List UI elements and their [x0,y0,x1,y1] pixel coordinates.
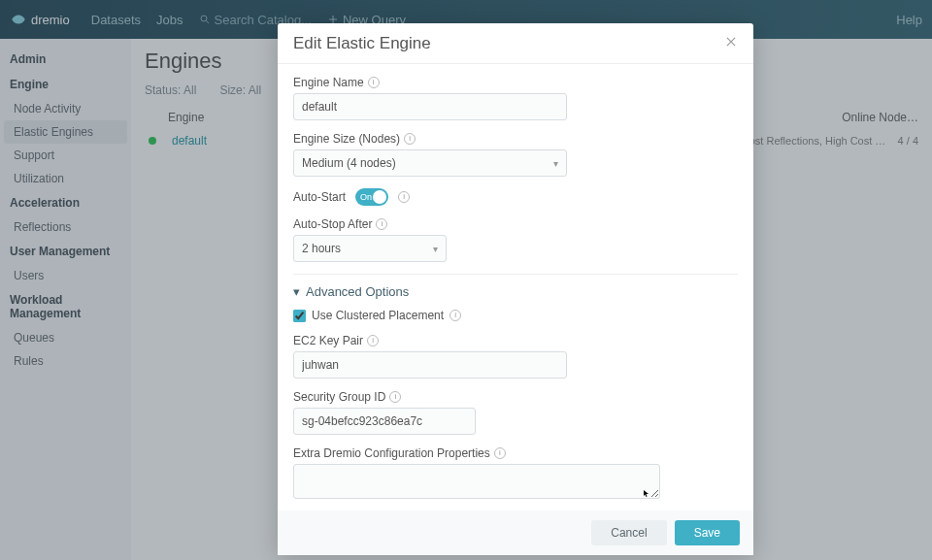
info-icon[interactable]: i [376,218,387,230]
auto-stop-select[interactable]: 2 hours ▾ [293,235,447,262]
extra-props-textarea[interactable] [293,464,660,499]
info-icon[interactable]: i [494,447,506,459]
toggle-knob [373,190,386,204]
info-icon[interactable]: i [398,191,410,203]
sg-label: Security Group ID i [293,390,738,404]
ec2-label: EC2 Key Pair i [293,334,738,347]
auto-stop-label: Auto-Stop After i [293,217,738,231]
close-icon [724,35,738,49]
info-icon[interactable]: i [449,310,461,321]
save-button[interactable]: Save [675,520,740,545]
ec2-key-pair-input[interactable] [293,351,567,379]
engine-name-label: Engine Name i [293,76,738,89]
modal-title: Edit Elastic Engine [293,34,431,53]
engine-size-select[interactable]: Medium (4 nodes) ▾ [293,149,567,177]
engine-size-label: Engine Size (Nodes) i [293,132,738,146]
info-icon[interactable]: i [367,335,379,346]
divider [293,274,738,275]
modal-overlay[interactable]: Edit Elastic Engine Engine Name i Engine… [0,0,932,560]
modal-footer: Cancel Save [278,511,753,555]
extra-props-label: Extra Dremio Configuration Properties i [293,446,738,460]
cancel-button[interactable]: Cancel [591,520,666,545]
chevron-down-icon: ▾ [293,284,300,299]
info-icon[interactable]: i [389,391,401,403]
auto-start-toggle[interactable]: On [355,188,388,206]
security-group-input[interactable] [293,408,476,435]
info-icon[interactable]: i [404,133,416,145]
clustered-placement-label: Use Clustered Placement [312,309,444,322]
advanced-options-toggle[interactable]: ▾ Advanced Options [293,284,738,299]
clustered-placement-checkbox[interactable] [293,310,306,322]
info-icon[interactable]: i [368,77,380,88]
auto-start-label: Auto-Start [293,190,346,204]
modal-close-button[interactable] [724,33,738,53]
chevron-down-icon: ▾ [553,158,558,169]
engine-name-input[interactable] [293,93,567,120]
modal-header: Edit Elastic Engine [278,23,753,64]
modal-body: Engine Name i Engine Size (Nodes) i Medi… [278,64,753,511]
edit-engine-modal: Edit Elastic Engine Engine Name i Engine… [278,23,753,555]
chevron-down-icon: ▾ [433,244,438,254]
